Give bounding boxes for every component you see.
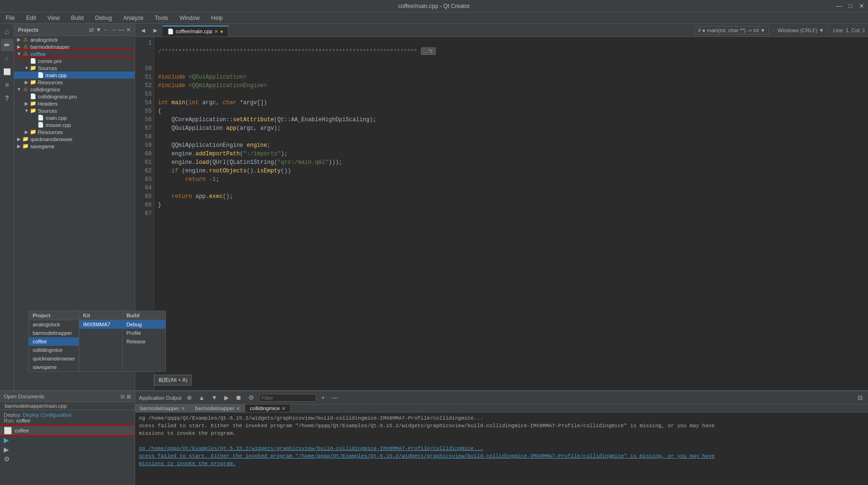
tree-item-corree-pro[interactable]: 📄 corree.pro	[14, 57, 135, 64]
tree-arrow-quicknanobrowser[interactable]: ▶	[16, 136, 22, 142]
menu-file[interactable]: File	[4, 14, 17, 22]
menu-build[interactable]: Build	[69, 14, 86, 22]
minimize-button[interactable]: —	[836, 2, 842, 9]
sidebar-edit[interactable]: ✏	[1, 39, 13, 51]
output-add-btn[interactable]: ⊕	[185, 393, 193, 402]
debug-row-gear[interactable]: ⚙	[0, 454, 135, 464]
open-docs-tool1[interactable]: ⊟	[120, 394, 125, 400]
output-detach-btn[interactable]: ⊟	[856, 393, 864, 402]
open-doc-barmodelmapper[interactable]: barmodelmapper/main.cpp	[0, 402, 135, 410]
menu-view[interactable]: View	[46, 14, 62, 22]
sidebar-debug[interactable]: ⬜	[1, 65, 13, 78]
panel-tool-sync[interactable]: ⇄	[89, 27, 94, 33]
menu-edit[interactable]: Edit	[24, 14, 38, 22]
output-tab-bm2[interactable]: barmodelmapper ✕	[190, 404, 245, 412]
tree-arrow-savegame[interactable]: ▶	[16, 144, 22, 149]
line-endings[interactable]: Windows (CRLF) ▼	[778, 27, 824, 33]
menu-debug[interactable]: Debug	[93, 14, 114, 22]
tree-item-savegame[interactable]: ▶ 📁 savegame	[14, 143, 135, 150]
output-tab-bm1[interactable]: barmodelmapper ✕	[135, 404, 190, 412]
open-docs-tool2[interactable]: ⊠	[127, 394, 131, 400]
output-filter-input[interactable]	[259, 394, 316, 402]
tree-item-cm-main-cpp[interactable]: 📄 main.cpp	[14, 114, 135, 121]
tree-item-barmodelmapper[interactable]: ▶ ⚠ barmodelmapper	[14, 43, 135, 50]
tree-arrow-coffee[interactable]: ▼	[16, 51, 22, 56]
panel-tool-forward[interactable]: →	[111, 27, 117, 33]
tree-item-cm-resources[interactable]: ▶ 📁 Resources	[14, 128, 135, 135]
sidebar-help[interactable]: ?	[1, 92, 13, 104]
tab-close-main[interactable]: ✕	[214, 29, 218, 34]
output-collapse-btn[interactable]: —	[330, 393, 339, 402]
output-tab-cm[interactable]: collidingmice ✕	[245, 404, 291, 412]
panel-tool-close[interactable]: ✕	[126, 27, 131, 33]
tree-item-coffee[interactable]: ▼ ⚠ coffee	[14, 50, 135, 57]
tree-arrow-cm-sources[interactable]: ▼	[24, 108, 29, 113]
tree-arrow-cm-headers[interactable]: ▶	[24, 101, 29, 106]
pkb-project-quicknanobrowser[interactable]: quicknanobrowser	[29, 354, 79, 363]
pkb-project-analogclock[interactable]: analogclock	[29, 320, 79, 329]
pkb-build-release[interactable]: Release	[123, 337, 165, 346]
tree-item-analogclock[interactable]: ▶ ⚠ analogclock	[14, 36, 135, 43]
close-button[interactable]: ✕	[859, 2, 864, 9]
sidebar-welcome[interactable]: ⌂	[1, 26, 13, 38]
pkb-project-barmodelmapper[interactable]: barmodelmapper	[29, 329, 79, 337]
tree-arrow-coffee-sources[interactable]: ▼	[24, 65, 29, 71]
output-up-btn[interactable]: ▲	[197, 393, 206, 402]
panel-tool-minimize[interactable]: —	[119, 27, 124, 33]
tree-arrow-collidingmice[interactable]: ▼	[16, 87, 22, 92]
tree-item-mouse-cpp[interactable]: 📄 mouse.cpp	[14, 121, 135, 128]
debug-row-coffee[interactable]: ⬜ coffee	[0, 426, 135, 435]
func-selector[interactable]: # ● main(int, char **) -> int ▼	[694, 26, 769, 35]
output-expand-btn[interactable]: +	[320, 393, 327, 402]
pkb-build-debug[interactable]: Debug	[123, 320, 165, 329]
tree-arrow-barmodelmapper[interactable]: ▶	[16, 44, 22, 49]
code-content[interactable]: /***************************************…	[154, 37, 868, 390]
output-tab-bm2-close[interactable]: ✕	[236, 406, 240, 411]
tree-arrow-analogclock[interactable]: ▶	[16, 37, 22, 42]
toolbar-nav-forward[interactable]: ►	[150, 26, 161, 35]
output-line-5[interactable]: ng /home/qqqq/Qt/Examples/Qt-5.15.2/widg…	[139, 445, 864, 452]
tree-item-coffee-resources[interactable]: ▶ 📁 Resources	[14, 79, 135, 86]
tree-arrow-cm-resources[interactable]: ▶	[24, 129, 29, 135]
maximize-button[interactable]: □	[849, 2, 852, 9]
output-tab-cm-close[interactable]: ✕	[282, 406, 285, 411]
sidebar-design[interactable]: ◈	[1, 52, 13, 64]
output-play-btn[interactable]: ▶	[223, 393, 230, 402]
tree-item-cm-headers[interactable]: ▶ 📁 Headers	[14, 100, 135, 107]
output-settings-btn[interactable]: ⚙	[247, 393, 256, 402]
output-line-7[interactable]: missions to invoke the program.	[139, 460, 864, 467]
pkb-project-savegame[interactable]: savegame	[29, 363, 79, 371]
sidebar-projects[interactable]: ≡	[1, 79, 13, 91]
collapse-comment-btn[interactable]: ...*/	[421, 47, 436, 55]
tree-label-cm-main-cpp: main.cpp	[46, 115, 135, 121]
panel-tool-filter[interactable]: ▼	[96, 27, 101, 33]
pkb-project-collidingmice[interactable]: collidingmice	[29, 346, 79, 354]
output-stop-btn[interactable]: ⏹	[234, 393, 243, 402]
panel-tool-back[interactable]: ←	[103, 27, 109, 33]
menu-help[interactable]: Help	[209, 14, 225, 22]
output-tab-bm1-close[interactable]: ✕	[181, 406, 185, 411]
tree-arrow-coffee-resources[interactable]: ▶	[24, 80, 29, 85]
editor-tab-main-cpp[interactable]: 📄 coffee/main.cpp ✕ ●	[163, 26, 228, 36]
file-icon-mouse: 📄	[37, 122, 45, 128]
output-down-btn[interactable]: ▼	[210, 393, 219, 402]
tooltip-btn[interactable]: 截图(Alt + A)	[154, 375, 192, 386]
tree-item-coffee-sources[interactable]: ▼ 📁 Sources	[14, 64, 135, 72]
debug-row-settings[interactable]: ▶	[0, 445, 135, 454]
output-line-6[interactable]: ocess failed to start. Either the invoke…	[139, 452, 864, 460]
tree-item-cm-sources[interactable]: ▼ 📁 Sources	[14, 107, 135, 114]
debug-row-play[interactable]: ▶	[0, 435, 135, 445]
tree-label-mouse-cpp: mouse.cpp	[46, 122, 135, 128]
tree-item-quicknanobrowser[interactable]: ▶ 📁 quicknanobrowser	[14, 135, 135, 143]
tree-item-cm-pro[interactable]: 📄 collidingmice.pro	[14, 93, 135, 100]
tree-item-collidingmice[interactable]: ▼ ⚠ collidingmice	[14, 86, 135, 93]
menu-tools[interactable]: Tools	[153, 14, 170, 22]
pkb-project-coffee[interactable]: coffee	[29, 337, 79, 346]
pkb-kit-imx8mma7[interactable]: IMX8MMA7	[79, 320, 122, 329]
toolbar-nav-back[interactable]: ◄	[138, 26, 148, 35]
tree-item-main-cpp[interactable]: 📄 main.cpp	[14, 72, 135, 79]
menu-analyze[interactable]: Analyze	[121, 14, 146, 22]
pkb-build-profile[interactable]: Profile	[123, 329, 165, 337]
menu-window[interactable]: Window	[178, 14, 202, 22]
window-controls[interactable]: — □ ✕	[836, 2, 864, 9]
